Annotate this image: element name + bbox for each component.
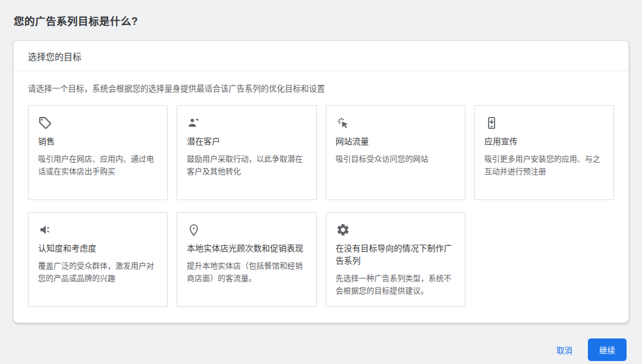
goal-grid: 销售 吸引用户在网店、应用内、通过电话或在实体店出手购买 潜在客户 鼓励用户采取… bbox=[28, 105, 614, 307]
goal-selection-panel: 选择您的目标 请选择一个目标，系统会根据您的选择量身提供最适合该广告系列的优化目… bbox=[13, 40, 629, 323]
install-mobile-icon bbox=[484, 116, 499, 130]
page-title: 您的广告系列目标是什么? bbox=[14, 13, 629, 28]
campaign-speaker-icon bbox=[38, 223, 52, 237]
sell-tag-icon bbox=[38, 116, 52, 130]
goal-card-no-goal-guidance[interactable]: 在没有目标导向的情况下制作广告系列 先选择一种广告系列类型，系统不会根据您的目标… bbox=[326, 212, 465, 307]
location-pin-icon bbox=[187, 223, 201, 237]
goal-card-sales[interactable]: 销售 吸引用户在网店、应用内、通过电话或在实体店出手购买 bbox=[28, 105, 168, 200]
continue-button[interactable]: 继续 bbox=[588, 338, 627, 361]
goal-title: 潜在客户 bbox=[187, 135, 306, 148]
goal-card-awareness[interactable]: 认知度和考虑度 覆盖广泛的受众群体，激发用户对您的产品或品牌的兴趣 bbox=[28, 212, 168, 307]
goal-title: 网站流量 bbox=[336, 135, 455, 148]
panel-body: 请选择一个目标，系统会根据您的选择量身提供最适合该广告系列的优化目标和设置 销售… bbox=[14, 71, 628, 322]
panel-subtitle: 请选择一个目标，系统会根据您的选择量身提供最适合该广告系列的优化目标和设置 bbox=[28, 82, 614, 94]
gear-icon bbox=[336, 223, 350, 237]
goal-card-app-promotion[interactable]: 应用宣传 吸引更多用户安装您的应用、与之互动并进行预注册 bbox=[474, 105, 614, 200]
goal-title: 本地实体店光顾次数和促销表现 bbox=[187, 242, 306, 255]
ads-click-icon bbox=[336, 116, 350, 130]
goal-card-leads[interactable]: 潜在客户 鼓励用户采取行动，以此争取潜在客户及其他转化 bbox=[177, 105, 316, 200]
cancel-button[interactable]: 取消 bbox=[547, 339, 582, 360]
goal-description: 提升本地实体店（包括餐馆和经销商店面）的客流量。 bbox=[187, 260, 306, 285]
goal-title: 认知度和考虑度 bbox=[38, 242, 158, 255]
goal-description: 吸引目标受众访问您的网站 bbox=[336, 153, 455, 166]
panel-header: 选择您的目标 bbox=[14, 41, 628, 71]
goal-description: 吸引用户在网店、应用内、通过电话或在实体店出手购买 bbox=[38, 153, 158, 178]
goal-description: 先选择一种广告系列类型，系统不会根据您的目标提供建议。 bbox=[336, 273, 455, 297]
goal-title: 应用宣传 bbox=[484, 135, 604, 148]
goal-title: 在没有目标导向的情况下制作广告系列 bbox=[336, 242, 455, 267]
leads-person-icon bbox=[187, 116, 201, 130]
goal-description: 鼓励用户采取行动，以此争取潜在客户及其他转化 bbox=[187, 153, 306, 178]
goal-description: 覆盖广泛的受众群体，激发用户对您的产品或品牌的兴趣 bbox=[38, 260, 158, 285]
goal-card-website-traffic[interactable]: 网站流量 吸引目标受众访问您的网站 bbox=[326, 105, 465, 200]
footer-actions: 取消 继续 bbox=[13, 338, 629, 361]
goal-title: 销售 bbox=[38, 135, 158, 148]
goal-description: 吸引更多用户安装您的应用、与之互动并进行预注册 bbox=[484, 153, 604, 178]
goal-card-local-store-visits[interactable]: 本地实体店光顾次数和促销表现 提升本地实体店（包括餐馆和经销商店面）的客流量。 bbox=[177, 212, 316, 307]
